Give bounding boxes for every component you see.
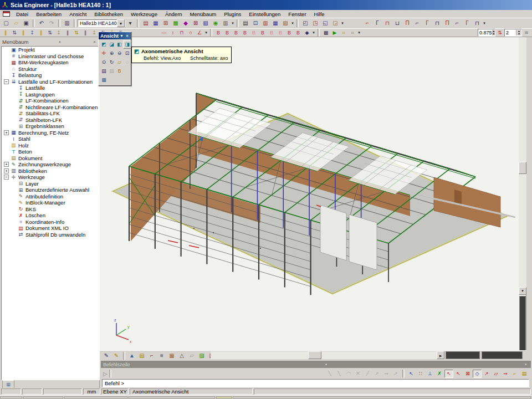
tree-item-dokument-xml-io[interactable]: ▤Dokument XML IO bbox=[2, 225, 99, 232]
snap-line-3-button[interactable]: ╱ bbox=[363, 370, 372, 378]
project-selector[interactable]: Halle1b HEA140▼ bbox=[78, 19, 125, 27]
save-view-button[interactable]: ▩ bbox=[321, 29, 330, 37]
frame-view-11-button[interactable]: Γ bbox=[462, 19, 472, 28]
b-diamond-button[interactable]: ◆ bbox=[303, 29, 311, 37]
close-icon[interactable]: × bbox=[91, 39, 98, 44]
snap-line-1-button[interactable]: ╲ bbox=[325, 370, 334, 378]
scale-spinner[interactable]: 0.875▲▼ bbox=[478, 29, 495, 37]
axo-view-1-button[interactable]: ◩ bbox=[100, 40, 108, 49]
status-unit[interactable]: mm bbox=[83, 388, 100, 395]
tree-item-beton[interactable]: TBeton bbox=[2, 149, 99, 155]
frame-view-7-button[interactable]: Γ bbox=[422, 19, 432, 28]
clip-box-button[interactable]: ▱ bbox=[115, 58, 124, 66]
filter-5-button[interactable]: ∥ bbox=[37, 29, 45, 37]
lines-display-button[interactable]: ≡ bbox=[157, 351, 167, 360]
tree-item-lf-kombinationen[interactable]: ⇵LF-Kombinationen bbox=[2, 98, 99, 104]
snap-dir-button[interactable]: ↗ bbox=[372, 370, 381, 378]
snap-dir-2-button[interactable]: ↗ bbox=[391, 370, 400, 378]
tree-item-stahlprofil-db-umwandeln[interactable]: ⇄Stahlprofil Db umwandeln bbox=[2, 232, 99, 238]
zoom-in-button[interactable]: ⊕ bbox=[108, 49, 116, 58]
window-2-button[interactable]: ▤ bbox=[108, 67, 116, 75]
tree-item-bim-werkzeugkasten[interactable]: ▦BIM-Werkzeugkasten bbox=[2, 59, 99, 66]
shade-display-button[interactable]: △ bbox=[177, 351, 187, 360]
view-extra-button[interactable]: ◌ bbox=[123, 58, 131, 66]
endpoint-snap-button[interactable]: ↖ bbox=[444, 370, 453, 378]
view-tool-1-button[interactable]: ◰ bbox=[300, 19, 310, 28]
intersect-snap-button[interactable]: ⊠ bbox=[463, 370, 472, 378]
tree-item-bibliotheken[interactable]: +▥Bibliotheken bbox=[2, 168, 99, 175]
run-view-button[interactable]: ▶ bbox=[330, 29, 339, 37]
tree-item-attributdefinition[interactable]: ✎Attributdefinition bbox=[2, 193, 99, 200]
save-button[interactable]: ▣ bbox=[21, 19, 31, 28]
axo-view-4-button[interactable]: ◨ bbox=[123, 40, 131, 49]
perp-snap-button[interactable]: ⊥ bbox=[426, 370, 434, 378]
vertical-scroll-thumb[interactable] bbox=[519, 162, 526, 174]
print-button[interactable]: ▤ bbox=[241, 19, 250, 28]
menu-fenster[interactable]: Fenster bbox=[284, 11, 310, 18]
expander-icon[interactable]: − bbox=[4, 175, 9, 180]
camera-1-button[interactable]: ⌗ bbox=[339, 29, 348, 37]
snap-cross-button[interactable]: ✕ bbox=[354, 370, 362, 378]
cmd-pin-icon[interactable]: ▪ bbox=[323, 362, 329, 367]
pan-button[interactable]: ✛ bbox=[100, 49, 108, 58]
plane-display-button[interactable]: ▱ bbox=[187, 351, 197, 360]
b-tool-7-button[interactable]: B bbox=[267, 29, 276, 37]
filter-4-button[interactable]: ‡ bbox=[28, 29, 37, 37]
tree-panel-tab[interactable]: ⊞ bbox=[2, 380, 14, 388]
ansicht-close-icon[interactable]: × bbox=[125, 34, 130, 38]
tree-item-layer[interactable]: ⊟Layer bbox=[2, 181, 99, 187]
layers-manager-button[interactable]: ▦ bbox=[151, 19, 161, 28]
table-tool-button[interactable]: ▧ bbox=[201, 19, 211, 28]
toolbar-dropdown-icon[interactable]: ▾ bbox=[482, 21, 487, 25]
print-preview-button[interactable]: ⊡ bbox=[250, 19, 260, 28]
tree-item-benutzerdefinierte-auswahl[interactable]: ⊞Benutzerdefinierte Auswahl bbox=[2, 187, 99, 193]
level-display-button[interactable]: ▤ bbox=[137, 351, 147, 360]
b-tool-3-button[interactable]: B bbox=[232, 29, 241, 37]
tree-item-struktur[interactable]: ⌂Struktur bbox=[2, 66, 99, 73]
b-tool-5-button[interactable]: B bbox=[249, 29, 258, 37]
filter-8-button[interactable]: ∥ bbox=[63, 29, 72, 37]
scroll-right-icon[interactable]: ▶ bbox=[437, 351, 444, 359]
picture-gallery-button[interactable]: ▦ bbox=[270, 19, 280, 28]
snap-arc-button[interactable]: ◠ bbox=[344, 370, 353, 378]
toolbar-dropdown-icon[interactable]: ▾ bbox=[231, 21, 235, 25]
filter-9-button[interactable]: ⇅ bbox=[72, 29, 81, 37]
toolbar-dropdown-icon[interactable]: ▾ bbox=[290, 21, 295, 25]
tree-item-dokument[interactable]: ▤Dokument bbox=[2, 155, 99, 162]
expander-icon[interactable]: + bbox=[4, 130, 9, 135]
axo-view-2-button[interactable]: ◪ bbox=[108, 40, 116, 49]
zoom-all-button[interactable]: ⊙ bbox=[100, 58, 108, 66]
window-layout-button[interactable]: ▥ bbox=[62, 19, 72, 28]
menu-men-baum[interactable]: Menübaum bbox=[186, 11, 221, 18]
zoom-page-button[interactable]: ⊡ bbox=[123, 49, 131, 58]
frame-view-8-button[interactable]: ⊓ bbox=[432, 19, 442, 28]
ansicht-toolbar-titlebar[interactable]: Ansicht ▼ × bbox=[99, 32, 131, 39]
menu-einstellungen[interactable]: Einstellungen bbox=[245, 11, 284, 18]
frame-view-2-button[interactable]: Γ bbox=[372, 19, 382, 28]
window-1-button[interactable]: ▤ bbox=[100, 67, 108, 75]
b-tool-1-button[interactable]: B bbox=[214, 29, 223, 37]
frame-view-12-button[interactable]: ⊓ bbox=[472, 19, 482, 28]
gallery-button[interactable]: ▥ bbox=[260, 19, 270, 28]
mdi-child-icon[interactable] bbox=[3, 11, 10, 17]
dim-tool-button[interactable]: ↕ bbox=[168, 29, 177, 37]
tree-item-lastf-lle-und-lf-kombinationen[interactable]: −⇊Lastfälle und LF-Kombinationen bbox=[2, 79, 99, 85]
toolbar-dropdown-icon[interactable]: ▾ bbox=[340, 21, 345, 25]
tree-item-stabilit-ts-lfk[interactable]: ⇵Stabilitäts-LFK bbox=[2, 110, 99, 117]
snap-line-2-button[interactable]: ╲ bbox=[335, 370, 344, 378]
surface-snap-button[interactable]: ▱ bbox=[492, 370, 500, 378]
member-labels-button[interactable]: ▲ bbox=[127, 351, 137, 360]
menu-datei[interactable]: Datei bbox=[12, 11, 32, 18]
chevron-down-icon[interactable]: ▼ bbox=[117, 19, 125, 27]
zoom-out-button[interactable]: ⊖ bbox=[115, 49, 124, 58]
b-tool-2-button[interactable]: B bbox=[223, 29, 232, 37]
view-tool-3-button[interactable]: ◱ bbox=[320, 19, 330, 28]
frame-view-3-button[interactable]: ⊓ bbox=[382, 19, 392, 28]
tree-item-holz[interactable]: ▥Holz bbox=[2, 142, 99, 149]
toolbar-dropdown-icon[interactable]: ▾ bbox=[357, 30, 361, 35]
circle-tool-button[interactable]: ○ bbox=[186, 29, 195, 37]
horizontal-scrollbar[interactable] bbox=[211, 351, 437, 359]
filter-6-button[interactable]: ⇅ bbox=[45, 29, 54, 37]
surface-display-button[interactable]: ▦ bbox=[167, 351, 177, 360]
tree-item-ergebnisklassen[interactable]: ⊞Ergebnisklassen bbox=[2, 123, 99, 130]
